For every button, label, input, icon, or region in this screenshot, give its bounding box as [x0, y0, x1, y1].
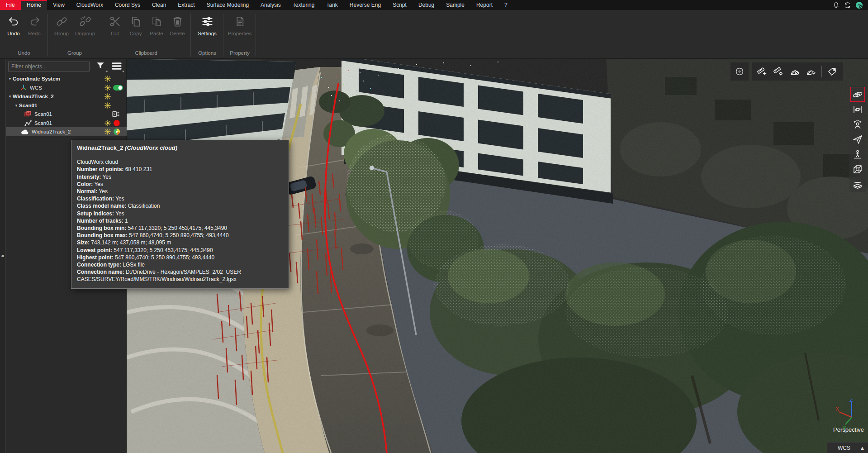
ribbon: Undo Redo Undo Group Ungroup Group	[0, 10, 868, 59]
navigation-toolbar	[849, 86, 866, 192]
tooltip-title: Widnau2Track_2 (CloudWorx cloud)	[77, 144, 283, 152]
document-icon	[234, 15, 246, 28]
visibility-sun-icon[interactable]	[104, 76, 111, 82]
tab-report[interactable]: Report	[470, 0, 498, 10]
limit-box-button[interactable]	[850, 162, 865, 176]
target-circle-icon	[734, 66, 745, 77]
delete-button[interactable]: Delete	[167, 12, 187, 36]
collapse-panel-arrow-icon[interactable]: ◄	[0, 253, 4, 258]
person-standing-icon	[852, 149, 863, 160]
tab-reverse-eng[interactable]: Reverse Eng	[344, 0, 387, 10]
notifications-bell-icon[interactable]	[832, 1, 840, 9]
visibility-sun-icon[interactable]	[104, 85, 111, 91]
tree-item-scan01-images[interactable]: Scan01	[6, 110, 127, 119]
copy-button[interactable]: Copy	[126, 12, 146, 36]
point-cloud-icon	[21, 129, 29, 135]
dropdown-up-icon: ▲	[861, 446, 864, 450]
orbit-mode-button[interactable]	[850, 87, 865, 102]
tab-view[interactable]: View	[47, 0, 71, 10]
tree-item-scan01-trajectory[interactable]: Scan01	[6, 119, 127, 128]
rgb-color-indicator[interactable]	[113, 128, 120, 135]
ribbon-group-label: Options	[194, 48, 220, 58]
constrained-orbit-button[interactable]	[850, 102, 865, 117]
tooltip-type: CloudWorx cloud	[77, 158, 283, 166]
settings-button[interactable]: Settings	[194, 12, 220, 36]
ruler-add-icon	[757, 66, 768, 77]
tab-tank[interactable]: Tank	[320, 0, 343, 10]
look-around-button[interactable]	[850, 117, 865, 132]
tab-extract[interactable]: Extract	[172, 0, 200, 10]
tree-item-widnau2track2-cloud[interactable]: Widnau2Track_2	[6, 127, 127, 136]
walk-mode-button[interactable]	[850, 147, 865, 162]
broken-chain-icon	[79, 15, 91, 28]
sync-icon[interactable]	[844, 1, 851, 9]
properties-button[interactable]: Properties	[227, 12, 252, 36]
projection-mode-label[interactable]: Perspective	[833, 426, 864, 433]
toolbar-separator	[821, 66, 822, 77]
filter-objects-input[interactable]	[8, 62, 90, 72]
measure-angle-button[interactable]	[787, 62, 803, 81]
fly-mode-button[interactable]	[850, 132, 865, 147]
tab-analysis[interactable]: Analysis	[255, 0, 287, 10]
tab-help[interactable]: ?	[498, 0, 513, 10]
visibility-sun-icon[interactable]	[104, 129, 111, 135]
paper-plane-icon	[852, 134, 863, 145]
tab-debug[interactable]: Debug	[413, 0, 440, 10]
person-look-icon	[852, 119, 863, 130]
tab-texturing[interactable]: Texturing	[287, 0, 321, 10]
sliders-icon	[201, 15, 213, 28]
measure-distance-button[interactable]	[754, 62, 770, 81]
visibility-sun-icon[interactable]	[104, 102, 111, 109]
chevron-down-icon[interactable]: ▾	[7, 76, 13, 81]
visibility-toggle-on[interactable]	[113, 85, 123, 91]
cut-button[interactable]: Cut	[105, 12, 125, 36]
object-info-tooltip: Widnau2Track_2 (CloudWorx cloud) CloudWo…	[71, 140, 289, 289]
tree-item-coordinate-system[interactable]: ▾ Coordinate System	[6, 74, 127, 83]
copy-icon	[130, 15, 142, 28]
undo-button[interactable]: Undo	[4, 12, 24, 36]
account-icon[interactable]	[855, 1, 863, 10]
measure-coordinate-button[interactable]	[770, 62, 787, 81]
visibility-sun-icon[interactable]	[104, 120, 111, 126]
tab-home[interactable]: Home	[21, 0, 47, 10]
redo-icon	[28, 15, 41, 28]
tab-sample[interactable]: Sample	[440, 0, 470, 10]
hamburger-menu-icon	[111, 61, 122, 72]
visibility-sun-icon[interactable]	[104, 93, 111, 100]
tag-annotation-button[interactable]	[824, 62, 840, 81]
scissors-icon	[109, 15, 121, 28]
ungroup-button[interactable]: Ungroup	[72, 12, 98, 36]
file-tab[interactable]: File	[0, 0, 21, 10]
ribbon-group-label: Group	[52, 48, 98, 58]
turntable-button[interactable]	[850, 176, 865, 191]
tab-surface-modeling[interactable]: Surface Modeling	[201, 0, 255, 10]
box-rotate-icon	[852, 179, 863, 190]
tree-item-wcs[interactable]: WCS	[6, 83, 127, 92]
protractor-icon	[789, 66, 800, 77]
measure-angle-surface-button[interactable]	[803, 62, 819, 81]
tab-script[interactable]: Script	[387, 0, 413, 10]
chain-link-icon	[56, 15, 68, 28]
cube-dashed-icon	[852, 164, 863, 175]
filter-button[interactable]: ▾	[94, 61, 107, 72]
tree-item-scan01-group[interactable]: ▾ Scan01	[6, 101, 127, 110]
setup-images-icon[interactable]	[112, 110, 120, 118]
tab-coord-sys[interactable]: Coord Sys	[109, 0, 146, 10]
left-collapse-strip: ◄	[0, 59, 6, 453]
redo-button[interactable]: Redo	[24, 12, 44, 36]
tab-clean[interactable]: Clean	[146, 0, 172, 10]
uniform-color-red-indicator[interactable]	[113, 119, 120, 127]
panel-menu-button[interactable]: ▾	[110, 61, 123, 72]
group-button[interactable]: Group	[52, 12, 71, 36]
coordinate-system-selector[interactable]: WCS ▲	[827, 442, 868, 453]
tab-cloudworx[interactable]: CloudWorx	[71, 0, 109, 10]
ribbon-group-property: Properties Property	[223, 10, 256, 58]
svg-text:X: X	[835, 406, 839, 412]
tree-item-widnau2track2-group[interactable]: ▾ Widnau2Track_2	[6, 92, 127, 101]
rangefinder-button[interactable]	[730, 62, 749, 81]
ribbon-group-undo: Undo Redo Undo	[0, 10, 48, 58]
paste-button[interactable]: Paste	[147, 12, 166, 36]
chevron-down-icon[interactable]: ▾	[7, 94, 13, 99]
chevron-down-icon[interactable]: ▾	[14, 103, 19, 108]
tag-icon	[827, 66, 838, 77]
